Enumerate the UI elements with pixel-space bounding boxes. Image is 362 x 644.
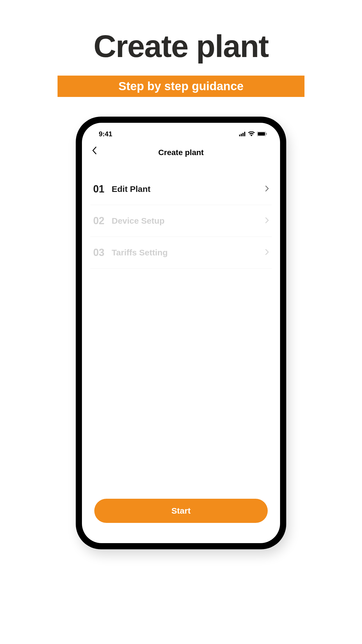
nav-title: Create plant bbox=[158, 148, 204, 157]
step-item-edit-plant[interactable]: 01 Edit Plant bbox=[90, 173, 272, 205]
step-label: Edit Plant bbox=[112, 184, 265, 194]
svg-rect-0 bbox=[239, 135, 240, 136]
chevron-right-icon bbox=[265, 248, 269, 257]
marketing-title: Create plant bbox=[0, 28, 362, 64]
phone-frame: 9:41 bbox=[76, 117, 286, 549]
step-label: Device Setup bbox=[112, 216, 265, 226]
battery-icon bbox=[257, 130, 267, 138]
status-icons bbox=[239, 130, 267, 138]
cellular-signal-icon bbox=[239, 130, 246, 138]
marketing-subtitle-banner: Step by step guidance bbox=[58, 76, 304, 97]
status-time: 9:41 bbox=[99, 130, 112, 138]
step-number: 02 bbox=[93, 215, 112, 227]
svg-rect-5 bbox=[258, 132, 265, 136]
wifi-icon bbox=[248, 130, 255, 138]
step-item-tariffs-setting[interactable]: 03 Tariffs Setting bbox=[90, 237, 272, 269]
phone-screen: 9:41 bbox=[82, 123, 280, 543]
svg-rect-6 bbox=[266, 133, 267, 135]
svg-rect-2 bbox=[242, 133, 244, 136]
svg-rect-1 bbox=[241, 134, 242, 136]
chevron-right-icon bbox=[265, 185, 269, 194]
start-button[interactable]: Start bbox=[94, 499, 268, 523]
step-list: 01 Edit Plant 02 Device Setup 03 bbox=[82, 163, 280, 499]
step-number: 03 bbox=[93, 247, 112, 258]
svg-rect-3 bbox=[244, 132, 245, 136]
chevron-right-icon bbox=[265, 217, 269, 225]
step-item-device-setup[interactable]: 02 Device Setup bbox=[90, 205, 272, 237]
status-bar: 9:41 bbox=[82, 123, 280, 140]
step-label: Tariffs Setting bbox=[112, 248, 265, 257]
step-number: 01 bbox=[93, 183, 112, 195]
back-button[interactable] bbox=[91, 145, 98, 158]
nav-header: Create plant bbox=[82, 140, 280, 163]
